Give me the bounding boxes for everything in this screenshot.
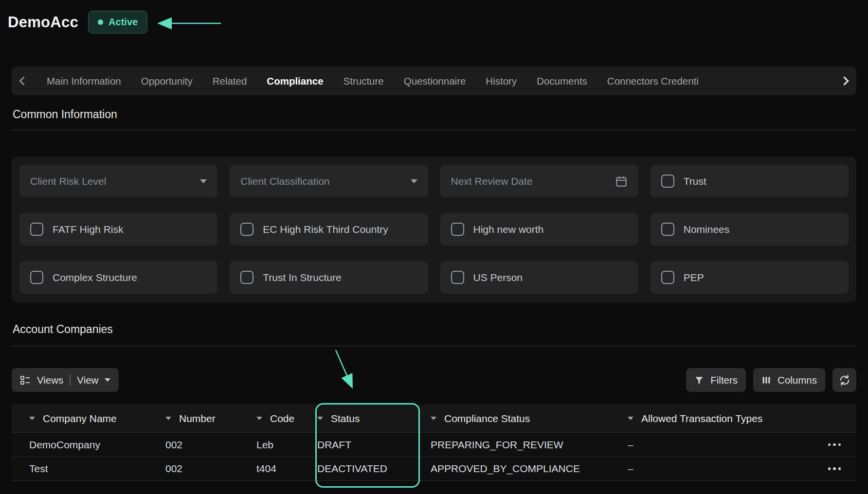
section-divider <box>12 346 856 346</box>
next-review-date-placeholder: Next Review Date <box>451 176 533 187</box>
filters-button[interactable]: Filters <box>686 368 746 392</box>
columns-icon <box>761 375 771 385</box>
checkbox-icon[interactable] <box>661 223 674 236</box>
complex-structure-checkbox[interactable]: Complex Structure <box>19 261 217 294</box>
cell-allowed-transaction-types: – <box>628 463 813 475</box>
column-menu-icon[interactable] <box>165 417 171 420</box>
table-header-row: Company Name Number Code Status Complian… <box>12 405 856 432</box>
cell-company-name: Test <box>29 463 165 475</box>
status-dot-icon <box>98 19 103 25</box>
checkbox-icon[interactable] <box>240 271 253 284</box>
chevron-down-icon <box>200 179 207 183</box>
checkbox-label: Trust <box>684 176 706 187</box>
checkbox-icon[interactable] <box>661 175 674 188</box>
client-classification-select[interactable]: Client Classification <box>230 165 428 197</box>
refresh-button[interactable] <box>832 368 856 392</box>
tab-main-information[interactable]: Main Information <box>47 75 121 87</box>
common-information-panel: Client Risk Level Client Classification … <box>12 157 856 302</box>
client-classification-placeholder: Client Classification <box>240 176 329 187</box>
trust-checkbox[interactable]: Trust <box>651 165 849 197</box>
checkbox-label: Complex Structure <box>53 272 137 283</box>
checkbox-icon[interactable] <box>451 223 464 236</box>
nominees-checkbox[interactable]: Nominees <box>651 213 849 246</box>
column-header-number[interactable]: Number <box>165 413 256 424</box>
table-toolbar: Views View Filters Columns <box>12 368 856 392</box>
trust-in-structure-checkbox[interactable]: Trust In Structure <box>230 261 428 294</box>
checkbox-icon[interactable] <box>661 271 674 284</box>
compliance-page: DemoAcc Active Main Information Opportun… <box>0 0 868 494</box>
toolbar-right-group: Filters Columns <box>686 368 856 392</box>
current-view-label: View <box>77 374 98 386</box>
column-header-allowed-transaction-types[interactable]: Allowed Transaction Types <box>628 413 813 424</box>
checkbox-label: FATF High Risk <box>53 224 123 235</box>
tab-documents[interactable]: Documents <box>537 75 587 87</box>
next-review-date-input[interactable]: Next Review Date <box>440 165 638 197</box>
column-header-company-name[interactable]: Company Name <box>29 413 165 424</box>
cell-code: Leb <box>256 439 317 451</box>
us-person-checkbox[interactable]: US Person <box>440 261 638 294</box>
high-new-worth-checkbox[interactable]: High new worth <box>440 213 638 246</box>
tabs-scroll-right-icon[interactable] <box>840 76 849 85</box>
column-menu-icon[interactable] <box>317 417 323 420</box>
column-menu-icon[interactable] <box>628 417 633 420</box>
column-label: Code <box>270 413 294 424</box>
common-information-heading: Common Information <box>13 108 117 121</box>
cell-allowed-transaction-types: – <box>628 439 813 451</box>
column-header-status[interactable]: Status <box>317 413 431 424</box>
cell-number: 002 <box>165 463 256 475</box>
cell-status: DEACTIVATED <box>317 463 431 475</box>
tab-structure[interactable]: Structure <box>344 75 384 87</box>
tabs-scroll-left-icon[interactable] <box>19 76 28 85</box>
views-label: Views <box>37 374 63 386</box>
refresh-icon <box>838 374 851 387</box>
views-icon <box>20 375 31 386</box>
client-risk-level-placeholder: Client Risk Level <box>30 176 106 187</box>
pep-checkbox[interactable]: PEP <box>651 261 849 294</box>
checkbox-icon[interactable] <box>240 223 253 236</box>
client-risk-level-select[interactable]: Client Risk Level <box>19 165 217 197</box>
tab-connectors-credentials[interactable]: Connectors Credenti <box>607 75 699 87</box>
column-menu-icon[interactable] <box>256 417 262 420</box>
row-actions-button[interactable] <box>824 440 845 450</box>
tab-questionnaire[interactable]: Questionnaire <box>404 75 466 87</box>
cell-status: DRAFT <box>317 439 431 451</box>
divider <box>70 374 71 386</box>
table-row[interactable]: Test 002 t404 DEACTIVATED APPROVED_BY_CO… <box>12 457 856 481</box>
checkbox-icon[interactable] <box>30 271 43 284</box>
tab-opportunity[interactable]: Opportunity <box>141 75 193 87</box>
cell-company-name: DemoCompany <box>29 439 165 451</box>
checkbox-label: Trust In Structure <box>263 272 341 283</box>
column-header-compliance-status[interactable]: Compliance Status <box>431 413 628 424</box>
tab-compliance[interactable]: Compliance <box>267 75 323 87</box>
filters-label: Filters <box>710 374 738 386</box>
row-actions-button[interactable] <box>824 463 845 474</box>
section-divider <box>12 130 856 130</box>
account-companies-heading: Account Companies <box>13 323 113 336</box>
filter-funnel-icon <box>694 375 704 385</box>
tab-history[interactable]: History <box>486 75 517 87</box>
tab-related[interactable]: Related <box>213 75 247 87</box>
column-label: Compliance Status <box>444 413 530 424</box>
checkbox-icon[interactable] <box>451 271 464 284</box>
status-badge-label: Active <box>108 17 138 28</box>
views-button[interactable]: Views View <box>12 368 119 392</box>
column-header-code[interactable]: Code <box>256 413 317 424</box>
column-label: Status <box>331 413 360 424</box>
chevron-down-icon <box>105 378 110 382</box>
checkbox-icon[interactable] <box>30 223 43 236</box>
account-companies-table: Company Name Number Code Status Complian… <box>12 405 856 481</box>
column-menu-icon[interactable] <box>431 417 436 420</box>
cell-compliance-status: APPROVED_BY_COMPLIANCE <box>431 463 628 475</box>
checkbox-label: EC High Risk Third Country <box>263 224 388 235</box>
table-row[interactable]: DemoCompany 002 Leb DRAFT PREPARING_FOR_… <box>12 432 856 457</box>
column-label: Company Name <box>43 413 117 424</box>
checkbox-label: Nominees <box>684 224 730 235</box>
status-badge: Active <box>88 11 147 34</box>
checkbox-label: High new worth <box>473 224 544 235</box>
columns-button[interactable]: Columns <box>753 368 825 392</box>
column-menu-icon[interactable] <box>29 417 35 420</box>
page-header: DemoAcc Active <box>8 11 147 34</box>
page-title: DemoAcc <box>8 14 78 31</box>
ec-high-risk-third-country-checkbox[interactable]: EC High Risk Third Country <box>230 213 428 246</box>
fatf-high-risk-checkbox[interactable]: FATF High Risk <box>19 213 217 246</box>
